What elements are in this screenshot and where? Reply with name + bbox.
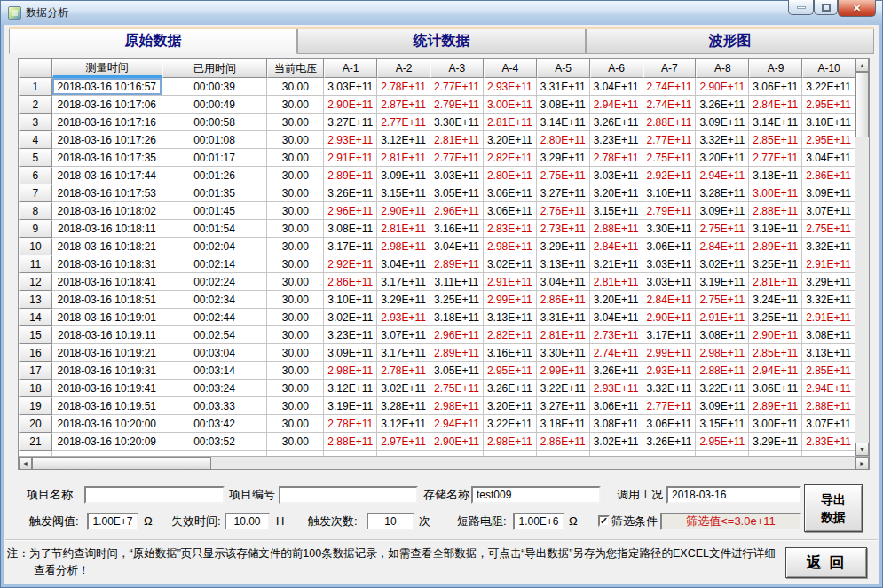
cell-a10[interactable]: 2.94E+11	[802, 380, 855, 397]
cell-a2[interactable]: 2.87E+11	[377, 96, 430, 114]
cell-elapsed[interactable]: 00:02:44	[162, 309, 268, 326]
cell-a2[interactable]: 3.07E+11	[377, 326, 430, 344]
cell-a10[interactable]: 2.86E+11	[802, 167, 855, 184]
cell-a2[interactable]: 3.02E+11	[377, 380, 430, 397]
cell-elapsed[interactable]: 00:02:34	[162, 291, 268, 309]
cell-a5[interactable]: 2.81E+11	[537, 326, 590, 344]
cell-a5[interactable]: 3.31E+11	[537, 78, 590, 96]
column-header-A-3[interactable]: A-3	[430, 59, 484, 78]
cell-a3[interactable]: 3.16E+11	[430, 220, 484, 238]
cell-a7[interactable]: 3.06E+11	[643, 415, 697, 433]
cell-a1[interactable]: 3.03E+11	[324, 78, 377, 96]
cell-a8[interactable]: 3.15E+11	[696, 415, 749, 433]
cell-voltage[interactable]: 30.00	[267, 131, 324, 149]
cell-a2[interactable]: 3.15E+11	[377, 184, 430, 202]
cell-a6[interactable]: 2.88E+11	[590, 220, 643, 238]
cell-time[interactable]: 2018-03-16 10:18:21	[52, 238, 162, 255]
filter-condition-checkbox[interactable]: ✓	[598, 515, 610, 527]
cell-a7[interactable]: 2.77E+11	[643, 131, 697, 149]
cell-a9[interactable]: 2.85E+11	[749, 344, 802, 362]
cell-a3[interactable]: 2.77E+11	[430, 149, 484, 167]
cell-a5[interactable]: 3.31E+11	[537, 309, 590, 326]
cell-a9[interactable]: 3.00E+11	[749, 184, 802, 202]
cell-a5[interactable]: 3.08E+11	[537, 96, 590, 114]
column-header-A-4[interactable]: A-4	[484, 59, 537, 78]
cell-voltage[interactable]: 30.00	[267, 96, 324, 114]
cell-a4[interactable]: 3.06E+11	[484, 202, 537, 220]
column-header-A-1[interactable]: A-1	[324, 59, 377, 78]
column-header-A-8[interactable]: A-8	[696, 59, 749, 78]
cell-a9[interactable]: 2.81E+11	[749, 273, 802, 291]
cell-a10[interactable]: 2.75E+11	[802, 220, 855, 238]
row-number-button[interactable]: 8	[19, 202, 52, 220]
cell-a4[interactable]: 2.98E+11	[484, 238, 537, 255]
cell-a5[interactable]: 2.86E+11	[537, 433, 590, 451]
cell-a10[interactable]: 3.13E+11	[802, 344, 855, 362]
cell-elapsed[interactable]: 00:02:24	[162, 273, 268, 291]
cell-a10[interactable]: 2.91E+11	[802, 255, 855, 273]
cell-a4[interactable]: 3.16E+11	[484, 344, 537, 362]
cell-a7[interactable]: 3.26E+11	[643, 433, 697, 451]
cell-a4[interactable]: 3.22E+11	[484, 415, 537, 433]
cell-elapsed[interactable]: 00:00:39	[162, 78, 268, 96]
cell-a2[interactable]: 2.98E+11	[377, 238, 430, 255]
cell-a5[interactable]: 3.13E+11	[537, 255, 590, 273]
row-number-button[interactable]: 17	[19, 362, 52, 380]
cell-a9[interactable]: 2.88E+11	[749, 202, 802, 220]
row-number-button[interactable]: 1	[19, 78, 52, 96]
trigger-count-input[interactable]	[367, 513, 414, 530]
cell-a4[interactable]: 2.95E+11	[484, 362, 537, 380]
cell-voltage[interactable]: 30.00	[267, 380, 324, 397]
cell-elapsed[interactable]: 00:03:42	[162, 415, 268, 433]
cell-a8[interactable]: 3.19E+11	[696, 273, 749, 291]
cell-a6[interactable]: 2.74E+11	[590, 344, 643, 362]
cell-a4[interactable]: 2.82E+11	[484, 149, 537, 167]
cell-a7[interactable]: 2.84E+11	[643, 291, 697, 309]
cell-a7[interactable]: 3.30E+11	[643, 220, 697, 238]
row-number-button[interactable]: 11	[19, 255, 52, 273]
cell-a1[interactable]: 2.96E+11	[324, 202, 377, 220]
cell-a10[interactable]: 3.32E+11	[802, 291, 855, 309]
cell-a8[interactable]: 2.75E+11	[696, 291, 749, 309]
cell-voltage[interactable]: 30.00	[267, 273, 324, 291]
cell-voltage[interactable]: 30.00	[267, 202, 324, 220]
cell-a4[interactable]: 2.98E+11	[484, 433, 537, 451]
cell-a4[interactable]: 3.02E+11	[484, 255, 537, 273]
cell-a8[interactable]: 3.09E+11	[696, 397, 749, 415]
cell-elapsed[interactable]: 00:02:54	[162, 326, 268, 344]
cell-a10[interactable]: 2.88E+11	[802, 397, 855, 415]
cell-a3[interactable]: 2.81E+11	[430, 131, 484, 149]
cell-time[interactable]: 2018-03-16 10:19:31	[52, 362, 162, 380]
cell-a9[interactable]: 3.18E+11	[749, 167, 802, 184]
cell-a5[interactable]: 2.86E+11	[537, 291, 590, 309]
cell-a2[interactable]: 3.12E+11	[377, 131, 430, 149]
cell-a5[interactable]: 2.75E+11	[537, 167, 590, 184]
cell-a3[interactable]: 2.77E+11	[430, 78, 484, 96]
cell-a6[interactable]: 2.81E+11	[590, 273, 643, 291]
row-number-button[interactable]: 2	[19, 96, 52, 114]
tab-statistics[interactable]: 统计数据	[297, 29, 586, 54]
cell-a9[interactable]: 3.14E+11	[749, 114, 802, 131]
column-header-A-7[interactable]: A-7	[643, 59, 697, 78]
cell-a8[interactable]: 3.32E+11	[696, 131, 749, 149]
condition-input[interactable]	[666, 486, 801, 504]
cell-a10[interactable]: 2.85E+11	[802, 362, 855, 380]
cell-voltage[interactable]: 30.00	[267, 433, 324, 451]
cell-a5[interactable]: 3.04E+11	[537, 273, 590, 291]
cell-elapsed[interactable]: 00:03:04	[162, 344, 268, 362]
cell-a6[interactable]: 3.26E+11	[590, 362, 643, 380]
cell-a8[interactable]: 3.20E+11	[696, 149, 749, 167]
tab-waveform[interactable]: 波形图	[586, 29, 874, 54]
cell-a10[interactable]: 3.09E+11	[802, 184, 855, 202]
cell-a2[interactable]: 2.93E+11	[377, 309, 430, 326]
cell-time[interactable]: 2018-03-16 10:19:51	[52, 397, 162, 415]
minimize-button[interactable]	[788, 0, 814, 15]
cell-a8[interactable]: 2.90E+11	[696, 78, 749, 96]
cell-a8[interactable]: 2.91E+11	[696, 309, 749, 326]
row-number-button[interactable]: 21	[19, 433, 52, 451]
cell-a8[interactable]: 3.08E+11	[696, 326, 749, 344]
trigger-threshold-input[interactable]	[87, 513, 138, 530]
cell-a3[interactable]: 3.05E+11	[430, 362, 484, 380]
cell-a1[interactable]: 3.10E+11	[324, 291, 377, 309]
cell-a2[interactable]: 2.78E+11	[377, 362, 430, 380]
